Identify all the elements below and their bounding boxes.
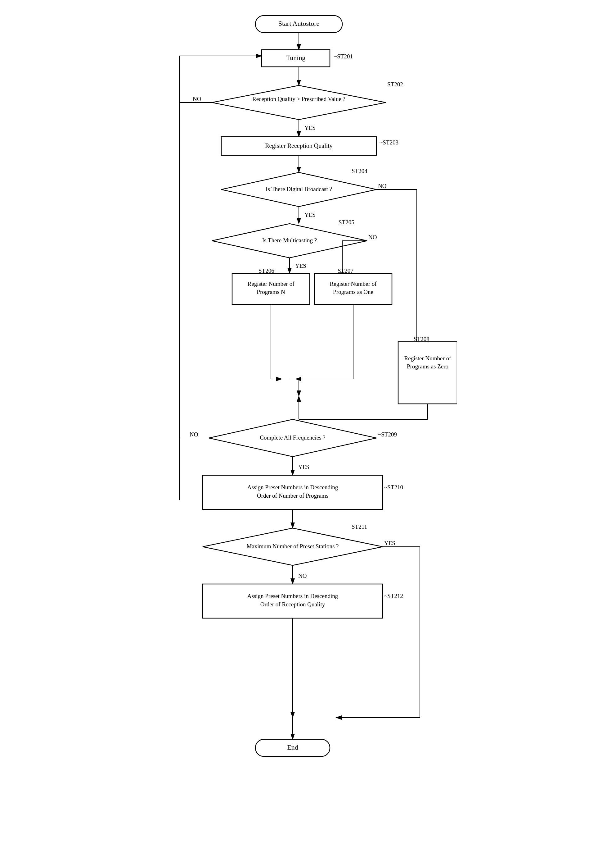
st203-label: Register Reception Quality [265,142,333,150]
st210-label1: Assign Preset Numbers in Descending [247,484,338,490]
st206-label2: Programs N [257,288,285,295]
st212-label1: Assign Preset Numbers in Descending [247,593,338,599]
flowchart: Start Autostore Tuning ~ST201 Reception … [159,6,457,829]
st208-ref: ST208 [414,336,429,342]
st208-label2: Programs as Zero [407,363,448,370]
st202-label: Reception Quality > Prescribed Value ? [252,96,345,102]
tuning-label: Tuning [286,54,305,61]
st204-ref: ST204 [352,168,368,174]
st212-label2: Order of Reception Quality [260,601,325,608]
no2-label: NO [378,183,387,189]
st209-label: Complete All Frequencies ? [260,434,325,441]
st207-label2: Programs as One [333,288,373,295]
st205-ref: ST205 [339,219,354,225]
yes3-label: YES [295,263,306,269]
yes1-label: YES [305,125,316,131]
yes5-label: YES [384,540,395,546]
st207-ref: ST207 [338,268,354,274]
yes2-label: YES [305,211,316,218]
st210-label2: Order of Number of Programs [257,492,328,499]
st208-label1: Register Number of [404,355,451,362]
st212-ref: ~ST212 [384,593,403,599]
no5-label: NO [298,572,306,579]
st204-label: Is There Digital Broadcast ? [266,186,332,192]
st205-label: Is There Multicasting ? [262,237,316,244]
no4-label: NO [190,431,198,438]
st203-ref: ~ST203 [380,139,398,146]
svg-marker-5 [212,85,386,120]
no3-label: NO [368,234,377,240]
svg-rect-22 [398,342,457,404]
st202-ref: ST202 [387,81,403,88]
st209-ref: ~ST209 [378,431,397,438]
st207-label1: Register Number of [330,281,377,287]
end-label: End [287,743,298,751]
yes4-label: YES [298,464,310,470]
start-label: Start Autostore [278,20,319,27]
st201-ref: ~ST201 [334,53,353,60]
st210-ref: ~ST210 [384,484,403,490]
st206-ref: ST206 [259,268,274,274]
st211-label: Maximum Number of Preset Stations ? [247,543,339,550]
st206-label1: Register Number of [247,281,294,287]
no1-label: NO [193,96,201,102]
st211-ref: ST211 [352,523,367,530]
